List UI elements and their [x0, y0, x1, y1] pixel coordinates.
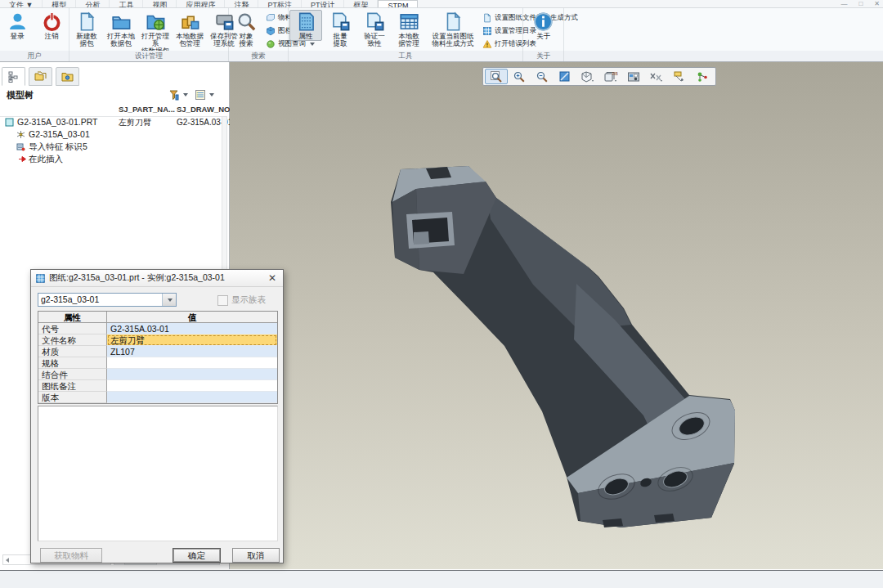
- maximize-icon[interactable]: □: [858, 0, 863, 7]
- tree-filter-icon[interactable]: [168, 89, 180, 101]
- favorites-tab[interactable]: [56, 67, 79, 86]
- prop-label: 规格: [38, 357, 107, 369]
- navigator-tabs: [2, 67, 79, 85]
- tree-row-part[interactable]: G2-315A_03-01.PRT 左剪刀臂 G2-315A.03-01: [0, 116, 222, 128]
- tab-pt-annotation[interactable]: PT标注: [258, 0, 302, 7]
- object-search-button[interactable]: 对象 搜索: [230, 10, 262, 48]
- model-tree-tab[interactable]: [2, 67, 25, 86]
- tab-file[interactable]: 文件 ▼: [0, 0, 43, 7]
- manage-dir-icon: [482, 26, 492, 36]
- tab-stpm[interactable]: STPM: [378, 0, 418, 7]
- prop-label: 文件名称: [38, 334, 107, 346]
- group-label-about: 关于: [523, 51, 564, 61]
- open-local-icon: [111, 11, 132, 32]
- folder-browser-tab[interactable]: [29, 67, 52, 86]
- tab-pt-design[interactable]: PT设计: [302, 0, 345, 7]
- tab-analysis[interactable]: 分析: [76, 0, 110, 7]
- chevron-down-icon[interactable]: [209, 93, 214, 97]
- tab-annotate[interactable]: 注释: [225, 0, 258, 7]
- object-search-icon: [236, 11, 257, 32]
- logout-button[interactable]: 注销: [35, 10, 68, 41]
- tree-row-import-feature[interactable]: 导入特征 标识5: [0, 141, 222, 153]
- local-package-manage-button[interactable]: 本地数据 包管理: [173, 10, 206, 48]
- tree-cell-part-name: 左剪刀臂: [119, 116, 151, 128]
- login-button[interactable]: 登录: [1, 10, 34, 41]
- batch-extract-button[interactable]: 批量 提取: [324, 10, 356, 48]
- tab-view[interactable]: 视图: [143, 0, 177, 7]
- open-system-icon: [146, 11, 166, 32]
- open-local-package-button[interactable]: 打开本地 数据包: [105, 10, 137, 48]
- scroll-left-icon[interactable]: [6, 558, 9, 563]
- dialog-list-area: [38, 406, 278, 541]
- info-icon: [533, 11, 554, 32]
- table-header-property: 属性: [38, 312, 107, 323]
- prop-value-spec[interactable]: [107, 357, 277, 369]
- tab-framework[interactable]: 框架: [344, 0, 378, 7]
- tree-column-headers: SJ_PART_NA... SJ_DRAW_NO: [0, 105, 222, 117]
- tree-row-insert-here[interactable]: 在此插入: [0, 153, 222, 165]
- tree-header-icons: [168, 89, 214, 101]
- about-button[interactable]: 关于: [527, 10, 560, 41]
- group-label-user: 用户: [0, 51, 69, 61]
- dialog-title-bar[interactable]: 图纸:g2-315a_03-01.prt - 实例:g2-315a_03-01 …: [31, 270, 283, 287]
- folder-browser-tab-icon: [34, 71, 47, 82]
- new-package-icon: [77, 11, 97, 32]
- dialog-icon: [35, 273, 46, 284]
- dropdown-button[interactable]: [162, 294, 176, 306]
- prop-value-material[interactable]: ZL107: [107, 346, 277, 357]
- minimize-icon[interactable]: —: [840, 0, 847, 7]
- ribbon-group-about: 关于: [523, 8, 564, 51]
- ribbon-group-search: 对象 搜索 物料分类 图档分类 视图查询: [229, 8, 289, 51]
- fetch-material-button[interactable]: 获取物料: [40, 548, 102, 563]
- prop-value-version[interactable]: [107, 392, 277, 403]
- model-tree-tab-icon: [8, 71, 20, 83]
- verify-icon: [365, 11, 385, 32]
- open-system-package-button[interactable]: 打开管理系 统数据包: [139, 10, 172, 56]
- verify-consistency-button[interactable]: 验证一 致性: [358, 10, 391, 48]
- power-icon: [42, 11, 62, 32]
- dialog-close-icon[interactable]: ✕: [266, 272, 279, 285]
- tree-settings-icon[interactable]: [195, 89, 206, 101]
- application-window: 文件 ▼ 模型 分析 工具 视图 应用程序 注释 PT标注 PT设计 框架 ST…: [0, 0, 883, 588]
- close-window-icon[interactable]: ✕: [874, 0, 880, 7]
- checkbox-box[interactable]: [217, 295, 228, 306]
- favorites-tab-icon: [61, 71, 74, 82]
- attributes-button[interactable]: 属性: [289, 10, 322, 41]
- ok-button[interactable]: 确定: [173, 548, 221, 563]
- local-manage-icon: [180, 11, 200, 32]
- prop-label: 版本: [38, 392, 107, 403]
- ribbon-group-design-management: 新建数 据包 打开本地 数据包 打开管理系 统数据包 本地数据 包管理 保存到管…: [69, 8, 229, 51]
- properties-table: 属性 值 代号 G2-315A.03-01 文件名称 左剪刀臂 材质 ZL107…: [38, 311, 278, 404]
- error-list-icon: [482, 39, 492, 49]
- prop-label: 代号: [38, 323, 107, 334]
- tab-model[interactable]: 模型: [43, 0, 76, 7]
- family-table-checkbox[interactable]: 显示族表: [217, 294, 266, 306]
- cancel-button[interactable]: 取消: [232, 548, 280, 563]
- local-data-manage-button[interactable]: 本地数 据管理: [392, 10, 425, 48]
- tab-tools[interactable]: 工具: [110, 0, 143, 7]
- doc-class-icon: [266, 26, 276, 36]
- material-class-icon: [266, 13, 276, 23]
- 3d-model-part[interactable]: [230, 62, 883, 569]
- attributes-icon: [296, 11, 316, 32]
- instance-dropdown[interactable]: g2-315a_03-01: [38, 293, 177, 307]
- part-icon: [5, 118, 14, 127]
- checkbox-label: 显示族表: [231, 294, 266, 306]
- prop-label: 结合件: [38, 369, 107, 380]
- group-label-search: 搜索: [229, 51, 289, 61]
- prop-value-code[interactable]: G2-315A.03-01: [107, 323, 277, 334]
- prop-value-drawing-note[interactable]: [107, 380, 277, 392]
- import-feature-icon: [16, 142, 25, 151]
- 3d-viewport[interactable]: RB: [230, 62, 883, 569]
- column-header-draw-no[interactable]: SJ_DRAW_NO: [177, 105, 230, 114]
- chevron-down-icon[interactable]: [183, 93, 188, 97]
- tab-applications[interactable]: 应用程序: [177, 0, 225, 7]
- tree-row-csys[interactable]: G2-315A_03-01: [0, 128, 222, 141]
- main-area: 模型树 SJ_PART_NA... SJ: [0, 62, 883, 569]
- ribbon-group-tools: 属性 批量 提取 验证一 致性 本地数 据管理 设置当前图纸 物料生成方式: [289, 8, 523, 51]
- column-header-part-name[interactable]: SJ_PART_NA...: [119, 105, 175, 114]
- new-package-button[interactable]: 新建数 据包: [70, 10, 103, 48]
- prop-value-assembly[interactable]: [107, 369, 277, 380]
- sheet-material-mode-button[interactable]: 设置当前图纸 物料生成方式: [427, 10, 479, 48]
- prop-value-file-name[interactable]: 左剪刀臂: [107, 334, 277, 346]
